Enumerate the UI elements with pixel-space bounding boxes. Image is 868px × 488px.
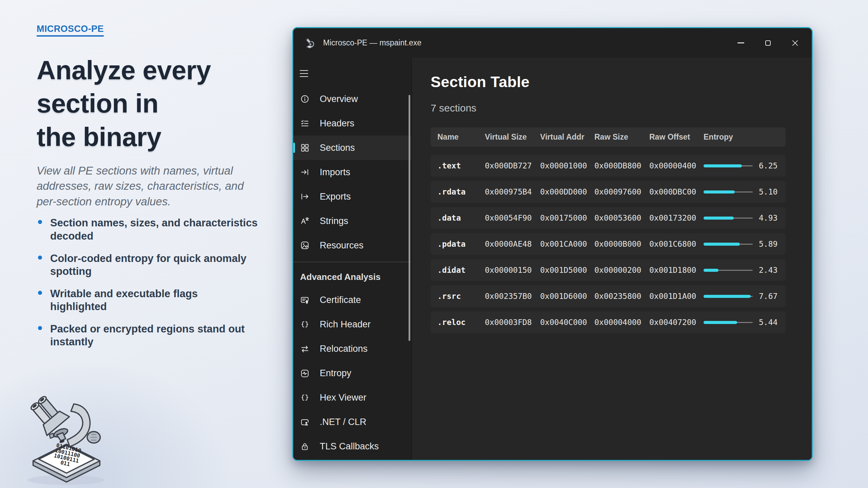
sidebar-item-label: Entropy: [320, 368, 351, 379]
cell-virtual-addr: 0x000DD000: [540, 187, 594, 196]
cell-name: .rsrc: [437, 292, 485, 301]
entropy-bar: [704, 190, 753, 194]
sidebar-item-hex-viewer[interactable]: Hex Viewer: [293, 386, 411, 410]
cell-name: .text: [437, 161, 485, 170]
entropy-bar-fill: [704, 190, 735, 194]
sidebar-item-resources[interactable]: Resources: [293, 233, 411, 258]
cell-entropy: 7.67: [704, 292, 777, 301]
brand-link[interactable]: MICROSCO-PE: [37, 24, 104, 37]
cell-virtual-size: 0x00003FD8: [485, 318, 540, 327]
sidebar-item-relocations[interactable]: Relocations: [293, 337, 411, 361]
feature-line-2: instantly: [50, 336, 245, 348]
entropy-bar: [704, 216, 753, 220]
entropy-bar: [704, 242, 753, 246]
cell-raw-size: 0x00097600: [594, 187, 649, 196]
cell-raw-offset: 0x00000400: [649, 161, 704, 170]
cell-raw-size: 0x00235800: [594, 292, 649, 301]
sidebar-scrollbar[interactable]: [409, 95, 410, 341]
sidebar-item-label: .NET / CLR: [320, 417, 367, 427]
sidebar-item-rich-header[interactable]: Rich Header: [293, 312, 411, 337]
feature-item: Packed or encrypted regions stand outins…: [37, 323, 260, 348]
sidebar-item-tls-callbacks[interactable]: TLS Callbacks: [293, 434, 411, 459]
column-header-name: Name: [437, 133, 485, 142]
table-body: .text 0x000DB727 0x00001000 0x000DB800 0…: [431, 155, 786, 333]
cell-raw-size: 0x00004000: [594, 318, 649, 327]
sidebar-item-label: Certificate: [320, 295, 361, 305]
feature-line-1: Color-coded entropy for quick anomaly: [50, 252, 246, 265]
feature-line-2: highlighted: [50, 300, 198, 313]
cell-entropy: 6.25: [704, 161, 777, 170]
window-title: Microsco-PE — mspaint.exe: [323, 38, 421, 47]
sidebar-item-net-clr[interactable]: .NET / CLR: [293, 410, 411, 434]
page-title: Section Table: [431, 73, 812, 91]
app-icon-microscope: [304, 37, 316, 49]
pulse-icon: [300, 369, 310, 378]
arrow-import-icon: [300, 167, 310, 177]
feature-list: Section names, sizes, and characteristic…: [37, 217, 260, 348]
navigation-menu-button[interactable]: [300, 68, 314, 79]
entropy-value: 5.10: [759, 187, 777, 196]
cell-raw-size: 0x000DB800: [594, 161, 649, 170]
sidebar-item-label: TLS Callbacks: [320, 441, 379, 452]
feature-line-1: Section names, sizes, and characteristic…: [50, 217, 258, 229]
cell-virtual-addr: 0x0040C000: [540, 318, 594, 327]
sidebar-item-overview[interactable]: Overview: [293, 87, 411, 111]
entropy-bar-fill: [704, 321, 737, 324]
bullet-icon: [38, 220, 42, 224]
cell-raw-offset: 0x001C6800: [649, 240, 704, 248]
cell-name: .reloc: [437, 318, 485, 327]
sidebar-item-label: Hex Viewer: [320, 392, 367, 403]
table-row: .text 0x000DB727 0x00001000 0x000DB800 0…: [431, 155, 786, 177]
cell-raw-offset: 0x001D1A00: [649, 292, 704, 301]
cell-raw-size: 0x00000200: [594, 266, 649, 274]
sidebar-item-exports[interactable]: Exports: [293, 184, 411, 209]
cell-entropy: 2.43: [704, 266, 777, 274]
window-titlebar[interactable]: Microsco-PE — mspaint.exe: [293, 28, 812, 58]
entropy-bar-fill: [704, 217, 734, 220]
close-button[interactable]: [782, 33, 809, 53]
sidebar-nav-main: Overview Headers Sections Imports Export…: [293, 87, 411, 258]
sidebar-item-certificate[interactable]: Certificate: [293, 288, 411, 312]
sidebar-item-imports[interactable]: Imports: [293, 160, 411, 184]
sidebar-item-label: Rich Header: [320, 319, 371, 330]
arrow-export-icon: [300, 192, 310, 201]
grid-icon: [300, 143, 310, 152]
card-person-icon: [300, 418, 310, 427]
headline-line: Analyze every: [37, 54, 267, 87]
sidebar-item-strings[interactable]: Strings: [293, 209, 411, 233]
sidebar-item-label: Overview: [320, 94, 358, 104]
entropy-value: 2.43: [759, 266, 777, 274]
cell-virtual-addr: 0x001CA000: [540, 240, 594, 248]
sidebar-item-label: Headers: [320, 118, 354, 129]
entropy-bar-fill: [704, 164, 742, 167]
cell-raw-size: 0x0000B000: [594, 240, 649, 248]
hero-panel: MICROSCO-PE Analyze every section in the…: [37, 24, 267, 358]
sidebar: Overview Headers Sections Imports Export…: [293, 58, 411, 460]
cell-raw-offset: 0x001D1800: [649, 266, 704, 274]
microscope-illustration: 01101010 10011100 10100111 011: [21, 386, 116, 487]
certificate-icon: [300, 296, 310, 305]
translate-icon: [300, 216, 310, 226]
sidebar-section-label: Advanced Analysis: [293, 266, 411, 288]
cell-name: .data: [437, 214, 485, 222]
table-row: .rsrc 0x002357B0 0x001D6000 0x00235800 0…: [431, 285, 786, 307]
table-row: .data 0x00054F90 0x00175000 0x00053600 0…: [431, 207, 786, 229]
entropy-bar-fill: [704, 295, 751, 298]
cell-entropy: 5.10: [704, 187, 777, 196]
entropy-value: 7.67: [759, 292, 777, 301]
table-row: .didat 0x00000150 0x001D5000 0x00000200 …: [431, 259, 786, 281]
sidebar-item-headers[interactable]: Headers: [293, 111, 411, 136]
sidebar-item-sections[interactable]: Sections: [293, 136, 411, 160]
maximize-button[interactable]: [754, 33, 782, 53]
entropy-bar: [704, 268, 753, 272]
cell-name: .pdata: [437, 240, 485, 248]
headline-line: the binary: [37, 120, 267, 154]
minimize-icon: [737, 42, 744, 43]
bullet-icon: [38, 291, 42, 295]
entropy-bar: [704, 321, 753, 324]
minimize-button[interactable]: [727, 33, 754, 53]
table-row: .reloc 0x00003FD8 0x0040C000 0x00004000 …: [431, 311, 786, 333]
braces-icon: [300, 320, 310, 329]
sidebar-item-entropy[interactable]: Entropy: [293, 361, 411, 386]
cell-raw-offset: 0x000DBC00: [649, 187, 704, 196]
